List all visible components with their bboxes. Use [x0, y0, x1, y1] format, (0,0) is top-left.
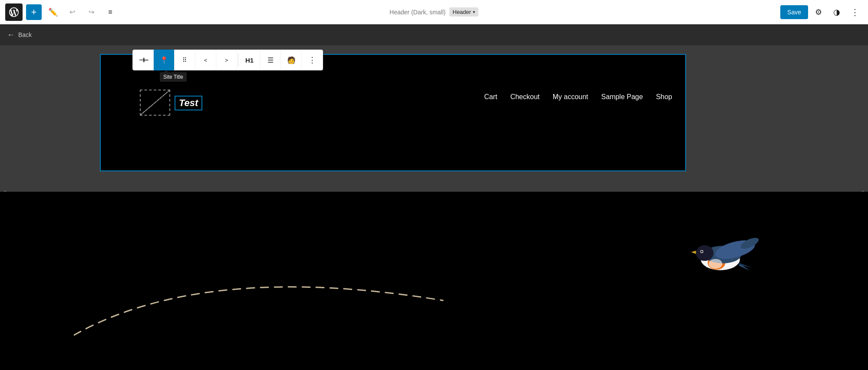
block-toolbar: ⊣⊢ 📍 ⠿ < > H1 ☰ 🧑 ⋮: [132, 50, 323, 70]
bird-illustration: [681, 227, 759, 287]
template-label: Header (Dark, small): [389, 9, 446, 16]
tools-button[interactable]: ✏️: [45, 4, 61, 20]
location-button[interactable]: 📍: [154, 50, 175, 70]
svg-point-6: [701, 250, 703, 253]
contrast-button[interactable]: ◑: [829, 4, 845, 20]
svg-point-11: [709, 259, 723, 269]
more-block-options-button[interactable]: ⋮: [302, 50, 323, 70]
toolbar-center: Header (Dark, small) Header ▾: [389, 7, 479, 17]
canvas-area: Test Cart Checkout My account Sample Pag…: [0, 45, 868, 370]
settings-button[interactable]: ⚙: [811, 4, 826, 20]
header-block[interactable]: Test Cart Checkout My account Sample Pag…: [100, 54, 686, 171]
back-label[interactable]: Back: [18, 31, 32, 38]
svg-point-3: [696, 245, 714, 261]
chevron-down-icon: ▾: [473, 10, 475, 14]
text-align-button[interactable]: ☰: [260, 50, 281, 70]
header-badge[interactable]: Header ▾: [449, 7, 479, 17]
wordpress-logo[interactable]: [5, 3, 23, 21]
svg-marker-4: [691, 250, 696, 254]
justify-button[interactable]: ⊣⊢: [133, 50, 154, 70]
avatar-button[interactable]: 🧑: [281, 50, 302, 70]
logo-image: [140, 90, 170, 116]
nav-checkout[interactable]: Checkout: [510, 93, 540, 101]
nav-links: Cart Checkout My account Sample Page Sho…: [484, 93, 672, 101]
more-options-button[interactable]: ⋮: [847, 4, 863, 20]
drag-handle[interactable]: ⠿: [175, 50, 195, 70]
site-title-text[interactable]: Test: [175, 96, 202, 110]
back-bar: ← Back: [0, 24, 868, 45]
save-button[interactable]: Save: [780, 5, 808, 19]
nav-shop[interactable]: Shop: [656, 93, 672, 101]
toolbar-right: Save ⚙ ◑ ⋮: [780, 4, 863, 20]
nav-my-account[interactable]: My account: [553, 93, 588, 101]
redo-button[interactable]: ↪: [83, 4, 99, 20]
back-arrow-icon[interactable]: ←: [7, 30, 15, 40]
toolbar-divider: [238, 53, 238, 67]
nav-sample-page[interactable]: Sample Page: [601, 93, 643, 101]
top-toolbar: + ✏️ ↩ ↪ ≡ Header (Dark, small) Header ▾…: [0, 0, 868, 24]
bird-area: [0, 192, 868, 370]
next-block-button[interactable]: >: [216, 50, 237, 70]
list-view-button[interactable]: ≡: [102, 4, 118, 20]
flight-path: [74, 257, 465, 344]
add-block-button[interactable]: +: [26, 4, 42, 20]
h1-button[interactable]: H1: [239, 50, 260, 70]
site-title-tooltip: Site Title: [160, 72, 187, 82]
nav-cart[interactable]: Cart: [484, 93, 497, 101]
undo-button[interactable]: ↩: [64, 4, 80, 20]
prev-block-button[interactable]: <: [195, 50, 216, 70]
